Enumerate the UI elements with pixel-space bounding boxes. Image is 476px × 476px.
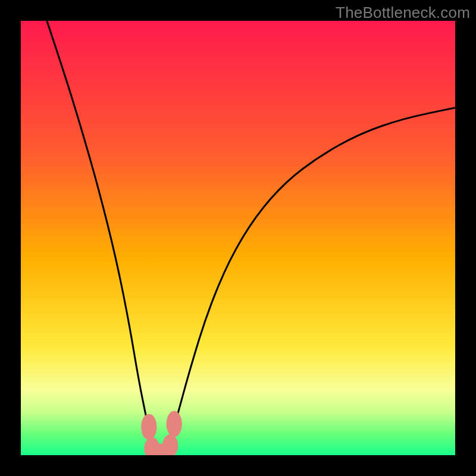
watermark-label: TheBottleneck.com: [336, 4, 470, 22]
curve-marker: [141, 414, 156, 440]
curve-marker: [167, 411, 182, 437]
plot-area: [21, 21, 455, 455]
gradient-background: [21, 21, 455, 455]
chart-canvas: TheBottleneck.com: [0, 0, 476, 476]
plot-svg: [21, 21, 455, 455]
